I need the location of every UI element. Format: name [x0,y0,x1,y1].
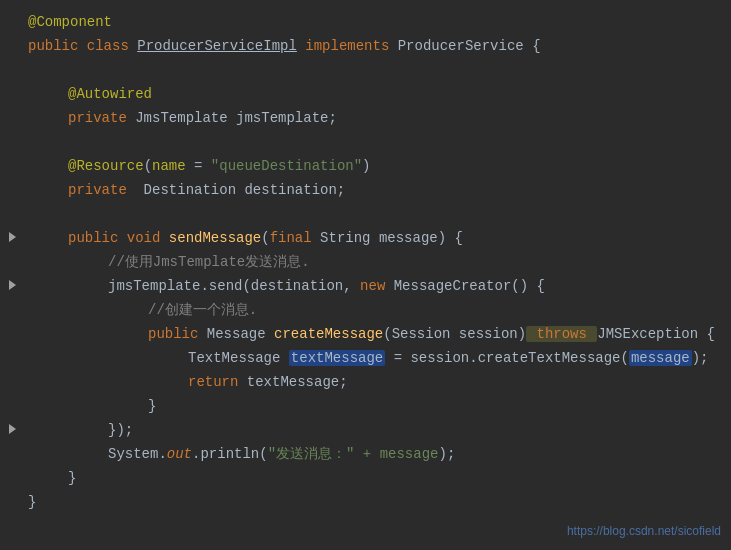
token: @Component [28,14,112,30]
token: message) { [371,230,463,246]
line-content: private Destination destination; [20,179,731,201]
code-line [0,202,731,226]
token: ) [362,158,370,174]
token: textMessage [289,350,385,366]
code-line: } [0,466,731,490]
token: } [68,470,76,486]
line-content: @Resource(name = "queueDestination") [20,155,731,177]
code-line: @Component [0,10,731,34]
code-line: } [0,394,731,418]
code-line: } [0,490,731,514]
code-line: public Message createMessage(Session ses… [0,322,731,346]
code-line [0,130,731,154]
token: MessageCreator [394,278,512,294]
token: sendMessage [169,230,261,246]
token: textMessage; [247,374,348,390]
code-line: }); [0,418,731,442]
token: ( [383,326,391,342]
token: { [698,326,715,342]
token: { [524,38,541,54]
token: ); [692,350,709,366]
token: JMSException [597,326,698,342]
code-line: //创建一个消息. [0,298,731,322]
line-content: public class ProducerServiceImpl impleme… [20,35,731,57]
code-line: private Destination destination; [0,178,731,202]
token: , [343,278,360,294]
watermark: https://blog.csdn.net/sicofield [567,524,721,538]
code-line: private JmsTemplate jmsTemplate; [0,106,731,130]
token: "发送消息：" + message [268,446,439,462]
code-line [0,58,731,82]
code-line: public void sendMessage(final String mes… [0,226,731,250]
token: ( [144,158,152,174]
token: ); [438,446,455,462]
token: @Autowired [68,86,152,102]
line-content: @Autowired [20,83,731,105]
token: } [28,494,36,510]
gutter-arrow-icon [9,232,16,242]
token: name [152,158,186,174]
token: private [68,182,135,198]
token: session) [450,326,526,342]
code-line: //使用JmsTemplate发送消息. [0,250,731,274]
token: } [148,398,156,414]
code-line: @Autowired [0,82,731,106]
token: jmsTemplate; [228,110,337,126]
token: Destination [135,182,236,198]
token: System. [108,446,167,462]
line-content: //创建一个消息. [20,299,731,321]
gutter-arrow-icon [9,424,16,434]
token: destination [251,278,343,294]
token: String [320,230,370,246]
code-line: @Resource(name = "queueDestination") [0,154,731,178]
code-line: TextMessage textMessage = session.create… [0,346,731,370]
line-content: public Message createMessage(Session ses… [20,323,731,345]
line-gutter [0,232,20,242]
token: createTextMessage( [478,350,629,366]
token: out [167,446,192,462]
token: = session. [385,350,477,366]
token: () { [511,278,545,294]
line-gutter [0,424,20,434]
token: destination; [236,182,345,198]
token: return [188,374,247,390]
line-content: private JmsTemplate jmsTemplate; [20,107,731,129]
line-content [20,203,731,225]
line-content: TextMessage textMessage = session.create… [20,347,731,369]
token: public [148,326,207,342]
line-content: System.out.println("发送消息：" + message); [20,443,731,465]
line-content: public void sendMessage(final String mes… [20,227,731,249]
token: .send( [200,278,250,294]
token: }); [108,422,133,438]
token: "queueDestination" [211,158,362,174]
token: implements [297,38,398,54]
token: public [28,38,87,54]
code-editor: @Componentpublic class ProducerServiceIm… [0,0,731,550]
line-content [20,59,731,81]
token: Session [392,326,451,342]
token: ProducerService [398,38,524,54]
token: @Resource [68,158,144,174]
line-content: } [20,491,731,513]
token: .println( [192,446,268,462]
code-line: jmsTemplate.send(destination, new Messag… [0,274,731,298]
token: class [87,38,137,54]
line-content: } [20,395,731,417]
line-content: return textMessage; [20,371,731,393]
token: message [629,350,692,366]
line-content: } [20,467,731,489]
token: jmsTemplate [108,278,200,294]
token: private [68,110,135,126]
line-content: //使用JmsTemplate发送消息. [20,251,731,273]
token: Message [207,326,266,342]
code-line: System.out.println("发送消息：" + message); [0,442,731,466]
line-content: jmsTemplate.send(destination, new Messag… [20,275,731,297]
token: //创建一个消息. [148,302,257,318]
token: new [360,278,394,294]
line-gutter [0,280,20,290]
token: JmsTemplate [135,110,227,126]
line-content: }); [20,419,731,441]
token: TextMessage [188,350,289,366]
line-content: @Component [20,11,731,33]
gutter-arrow-icon [9,280,16,290]
